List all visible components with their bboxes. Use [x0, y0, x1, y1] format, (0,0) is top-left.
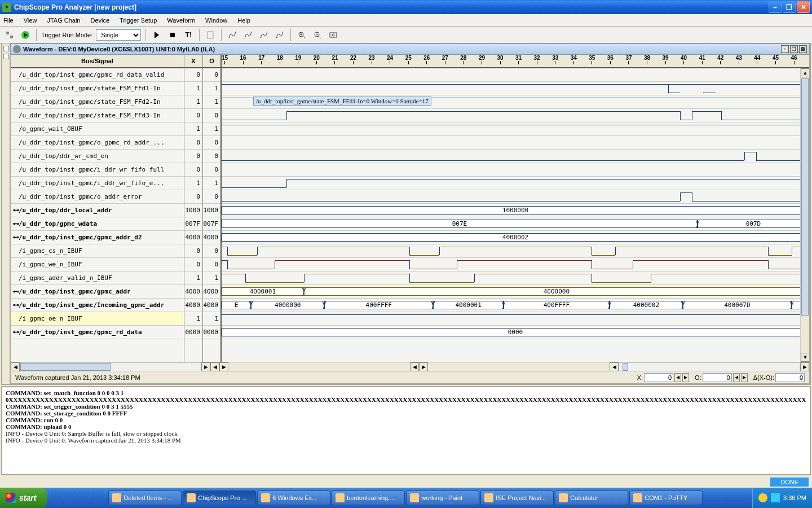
- trigger-now-button[interactable]: [19, 29, 32, 41]
- quick-launch-item[interactable]: [91, 491, 104, 505]
- maximize-button[interactable]: ❐: [783, 1, 796, 13]
- x-next-button[interactable]: ▶: [682, 373, 689, 382]
- signal-name[interactable]: ⊷ /u_ddr_top/inst_gpmc/gpmc_addr_d2: [11, 231, 184, 244]
- taskbar-app-button[interactable]: ChipScope Pro ...: [183, 491, 256, 505]
- waveform-row[interactable]: E4000000400FFFF4000001400FFFF40000024000…: [222, 299, 809, 312]
- signal-name[interactable]: /u_ddr_top/inst_gpmc/state_FSM_FFd2-In: [11, 95, 184, 109]
- signal-name[interactable]: ⊷ /u_ddr_top/inst_gpmc/Incoming_gpmc_add…: [11, 299, 184, 312]
- signal-name[interactable]: /u_ddr_top/inst_gpmc/i_ddr_wr_fifo_e...: [11, 177, 184, 190]
- taskbar-app-button[interactable]: COM1 - PuTTY: [629, 491, 703, 505]
- signal-name[interactable]: ⊷ /u_ddr_top/inst_gpmc/gpmc_addr: [11, 285, 184, 299]
- close-button[interactable]: ✕: [797, 1, 810, 13]
- waveform-row[interactable]: 4000002: [222, 231, 809, 244]
- tray-icon[interactable]: [771, 493, 780, 502]
- o-scroll-left-button[interactable]: ◀: [410, 362, 419, 371]
- menu-help[interactable]: Help: [237, 17, 250, 24]
- waveform-row[interactable]: [222, 150, 809, 163]
- doc-button[interactable]: [204, 29, 217, 41]
- x-scroll-right-button[interactable]: ▶: [219, 362, 228, 371]
- wave-scroll-left-button[interactable]: ◀: [610, 362, 619, 371]
- waveform-row[interactable]: [222, 163, 809, 177]
- waveform-row[interactable]: [222, 177, 809, 190]
- scroll-up-button[interactable]: ▲: [801, 68, 809, 77]
- vertical-scrollbar[interactable]: ▲ ▼: [800, 68, 809, 362]
- waveform-row[interactable]: 1000000: [222, 204, 809, 217]
- signal-name[interactable]: /u_ddr_top/inst_gpmc/gpmc_rd_data_valid: [11, 68, 184, 82]
- goto-next-button[interactable]: [273, 29, 286, 41]
- signal-name[interactable]: /u_ddr_top/ddr_wr_cmd_en: [11, 150, 184, 163]
- taskbar-app-button[interactable]: ISE Project Navi...: [480, 491, 554, 505]
- tray-clock[interactable]: 3:36 PM: [783, 494, 806, 501]
- signal-name[interactable]: /i_gpmc_we_n_IBUF: [11, 258, 184, 271]
- waveform-row[interactable]: [222, 109, 809, 122]
- dock-slot[interactable]: [3, 46, 9, 51]
- signal-name[interactable]: /o_gpmc_wait_OBUF: [11, 122, 184, 136]
- subwin-min-button[interactable]: ▫: [781, 45, 789, 53]
- subwin-close-button[interactable]: ⊠: [799, 45, 807, 53]
- waveform-row[interactable]: [222, 190, 809, 204]
- x-prev-button[interactable]: ◀: [674, 373, 681, 382]
- goto-o-button[interactable]: [242, 29, 254, 41]
- waveform-row[interactable]: [222, 136, 809, 150]
- zoom-out-button[interactable]: [311, 29, 324, 41]
- open-cable-button[interactable]: [3, 29, 16, 41]
- sig-scroll-track[interactable]: [20, 362, 201, 371]
- menu-trigger-setup[interactable]: Trigger Setup: [120, 17, 157, 24]
- tray-icon[interactable]: [758, 493, 767, 502]
- waveform-row[interactable]: [222, 312, 809, 326]
- signal-name[interactable]: /u_ddr_top/inst_gpmc/state_FSM_FFd3-In: [11, 109, 184, 122]
- menu-device[interactable]: Device: [90, 17, 109, 24]
- sig-scroll-thumb[interactable]: [20, 363, 111, 371]
- stop-button[interactable]: [166, 29, 179, 41]
- goto-x-button[interactable]: [226, 29, 239, 41]
- sig-scroll-left-button[interactable]: ◀: [11, 362, 20, 371]
- wave-scroll-thumb[interactable]: [623, 363, 628, 371]
- wave-scroll-track[interactable]: [619, 362, 800, 371]
- o-prev-button[interactable]: ◀: [733, 373, 740, 382]
- waveform-row[interactable]: [222, 82, 809, 95]
- subwindow-titlebar[interactable]: Waveform - DEV:0 MyDevice0 (XC6SLX100T) …: [10, 43, 810, 55]
- subwin-max-button[interactable]: ❐: [790, 45, 798, 53]
- start-button[interactable]: start: [0, 488, 47, 508]
- menu-view[interactable]: View: [24, 17, 37, 24]
- goto-prev-button[interactable]: [258, 29, 270, 41]
- x-scroll-left-button[interactable]: ◀: [210, 362, 219, 371]
- menu-window[interactable]: Window: [205, 17, 227, 24]
- signal-name[interactable]: /u_ddr_top/inst_gpmc/o_gpmc_rd_addr_...: [11, 136, 184, 150]
- o-cursor-field[interactable]: [703, 373, 732, 382]
- signal-name[interactable]: /u_ddr_top/inst_gpmc/state_FSM_FFd1-In: [11, 82, 184, 95]
- menu-jtag-chain[interactable]: JTAG Chain: [47, 17, 80, 24]
- signal-name[interactable]: /i_gpmc_addr_valid_n_IBUF: [11, 271, 184, 285]
- x-cursor-field[interactable]: [644, 373, 673, 382]
- signal-name[interactable]: /i_gpmc_cs_n_IBUF: [11, 244, 184, 258]
- waveform-row[interactable]: [222, 258, 809, 271]
- signal-name[interactable]: /u_ddr_top/inst_gpmc/i_ddr_wr_fifo_full: [11, 163, 184, 177]
- waveform-row[interactable]: 0000: [222, 326, 809, 339]
- wave-scroll-right-button[interactable]: ▶: [800, 362, 809, 371]
- quick-launch-item[interactable]: [51, 491, 63, 505]
- trigger-immediate-button[interactable]: T!: [182, 29, 195, 41]
- taskbar-app-button[interactable]: bentonlearning....: [332, 491, 405, 505]
- time-ruler[interactable]: 1516171819202122232425262728293031323334…: [222, 55, 809, 68]
- menu-waveform[interactable]: Waveform: [167, 17, 195, 24]
- waveform-row[interactable]: [222, 68, 809, 82]
- dock-slot[interactable]: [3, 54, 9, 59]
- taskbar-app-button[interactable]: 6 Windows Ex...: [257, 491, 330, 505]
- waveform-row[interactable]: [222, 244, 809, 258]
- taskbar-app-button[interactable]: working - Paint: [406, 491, 479, 505]
- quick-launch-item[interactable]: [64, 491, 77, 505]
- menu-file[interactable]: File: [3, 17, 14, 24]
- waveform-row[interactable]: 007E007D: [222, 217, 809, 231]
- zoom-fit-button[interactable]: [327, 29, 339, 41]
- o-scroll-right-button[interactable]: ▶: [419, 362, 428, 371]
- waveform-column[interactable]: 1516171819202122232425262728293031323334…: [222, 55, 809, 362]
- waveform-row[interactable]: [222, 271, 809, 285]
- quick-launch-item[interactable]: [78, 491, 90, 505]
- message-console[interactable]: COMMAND: set_match_function 0 0 0 0 3 10…: [1, 386, 811, 475]
- signal-name[interactable]: ⊷ /u_ddr_top/inst_gpmc/gpmc_rd_data: [11, 326, 184, 339]
- waveform-row[interactable]: [222, 122, 809, 136]
- o-next-button[interactable]: ▶: [741, 373, 748, 382]
- taskbar-app-button[interactable]: Calculator: [555, 491, 628, 505]
- scroll-down-button[interactable]: ▼: [801, 353, 809, 362]
- signal-name[interactable]: /u_ddr_top/inst_gpmc/o_addr_error: [11, 190, 184, 204]
